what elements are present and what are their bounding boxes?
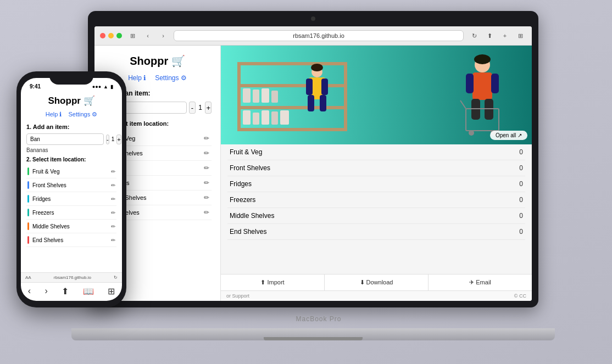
phone-content: Shoppr 🛒 Help ℹ Settings ⚙ 1. Add an ite… xyxy=(21,92,122,272)
edit-icon-fridges[interactable]: ✏ xyxy=(204,164,209,172)
phone-back-btn[interactable]: ‹ xyxy=(28,286,31,296)
color-bar-fridges xyxy=(27,195,29,203)
phone-screen: 9:41 ●●● ▲ ▮ Shoppr 🛒 Help ℹ Settings ⚙ … xyxy=(21,78,122,301)
color-bar-front-shelves xyxy=(27,181,29,189)
svg-point-31 xyxy=(469,130,474,136)
svg-rect-10 xyxy=(280,110,289,125)
phone-location-front-shelves[interactable]: Front Shelves ✏ xyxy=(26,178,116,192)
phone-qty-plus[interactable]: + xyxy=(116,135,121,144)
phone-step1-label: 1. Add an item: xyxy=(26,124,116,130)
phone-location-fridges[interactable]: Fridges ✏ xyxy=(26,192,116,206)
edit-icon-front-shelves[interactable]: ✏ xyxy=(204,149,209,157)
traffic-light-yellow[interactable] xyxy=(108,33,114,38)
laptop-download-btn[interactable]: ⬇ Download xyxy=(325,275,429,290)
laptop-table-row-front-shelves[interactable]: Front Shelves 0 xyxy=(227,160,525,176)
address-bar[interactable]: rbsam176.github.io xyxy=(174,30,464,41)
phone-signal-icon: ●●● xyxy=(92,84,101,89)
svg-rect-4 xyxy=(237,62,241,131)
svg-rect-2 xyxy=(237,84,347,87)
edit-icon-phone-fruit-veg[interactable]: ✏ xyxy=(111,169,115,175)
phone-suggestion: Bananas xyxy=(26,147,116,153)
svg-rect-20 xyxy=(320,95,326,111)
macbook-label: MacBook Pro xyxy=(296,315,341,323)
cart-person-illustration xyxy=(455,54,510,142)
phone-location-middle-shelves[interactable]: Middle Shelves ✏ xyxy=(26,220,116,233)
browser-actions: ↻ ⬆ + ⊞ xyxy=(468,30,526,42)
color-bar-middle-shelves xyxy=(27,222,29,230)
browser-menu-btn[interactable]: ⊞ xyxy=(514,30,526,42)
traffic-light-red[interactable] xyxy=(100,33,105,38)
svg-rect-24 xyxy=(466,74,474,93)
phone-help-link[interactable]: Help ℹ xyxy=(46,111,62,118)
browser-back-btn[interactable]: ‹ xyxy=(142,30,154,42)
svg-rect-13 xyxy=(262,88,269,103)
laptop-qty-minus[interactable]: - xyxy=(189,102,196,114)
color-bar-freezers xyxy=(27,209,29,216)
phone-url-bar[interactable]: rbsam176.github.io xyxy=(54,275,91,280)
phone-forward-btn[interactable]: › xyxy=(45,286,48,296)
laptop-table-row-end-shelves[interactable]: End Shelves 0 xyxy=(227,224,525,240)
phone-nav-links: Help ℹ Settings ⚙ xyxy=(26,111,116,118)
edit-icon-phone-front-shelves[interactable]: ✏ xyxy=(111,182,115,188)
laptop-table: Fruit & Veg 0 Front Shelves 0 Fridges 0 xyxy=(221,144,532,274)
phone-battery-icon: ▮ xyxy=(110,84,113,89)
laptop-app-title: Shoppr 🛒 xyxy=(103,54,212,68)
shelves-illustration xyxy=(232,51,353,139)
laptop-table-row-fridges[interactable]: Fridges 0 xyxy=(227,176,525,192)
traffic-light-green[interactable] xyxy=(116,33,122,38)
laptop-settings-link[interactable]: Settings ⚙ xyxy=(155,74,187,82)
svg-rect-3 xyxy=(237,62,347,65)
edit-icon-freezers[interactable]: ✏ xyxy=(204,179,209,187)
laptop-import-btn[interactable]: ⬆ Import xyxy=(221,275,325,290)
laptop-email-btn[interactable]: ✈ Email xyxy=(429,275,532,290)
phone-bookmarks-btn[interactable]: 📖 xyxy=(83,286,94,296)
svg-line-30 xyxy=(460,100,466,109)
laptop-open-all-btn[interactable]: Open all ↗ xyxy=(490,131,527,140)
browser-share-btn[interactable]: ⬆ xyxy=(483,30,496,42)
phone-time: 9:41 xyxy=(30,83,41,89)
laptop-help-link[interactable]: Help ℹ xyxy=(128,74,146,82)
laptop-table-row-fruit-veg[interactable]: Fruit & Veg 0 xyxy=(227,144,525,160)
edit-icon-phone-freezers[interactable]: ✏ xyxy=(111,210,115,216)
edit-icon-phone-fridges[interactable]: ✏ xyxy=(111,196,115,202)
svg-point-21 xyxy=(311,64,323,71)
laptop: ⊞ ‹ › rbsam176.github.io ↻ ⬆ + ⊞ xyxy=(88,11,549,340)
laptop-bezel: ⊞ ‹ › rbsam176.github.io ↻ ⬆ + ⊞ xyxy=(88,11,538,307)
laptop-table-row-freezers[interactable]: Freezers 0 xyxy=(227,192,525,208)
phone-bottom-bar: AA rbsam176.github.io ↻ xyxy=(21,272,122,282)
browser-newtab-btn[interactable]: + xyxy=(499,30,511,42)
edit-icon-middle-shelves[interactable]: ✏ xyxy=(204,194,209,201)
phone-location-end-shelves[interactable]: End Shelves ✏ xyxy=(26,233,116,247)
phone-nav-bar: ‹ › ⬆ 📖 ⊞ xyxy=(21,282,122,301)
phone-font-size-label: AA xyxy=(25,275,31,280)
phone-qty-minus[interactable]: - xyxy=(106,135,109,144)
laptop-table-row-middle-shelves[interactable]: Middle Shelves 0 xyxy=(227,208,525,224)
browser-grid-btn[interactable]: ⊞ xyxy=(126,30,138,42)
browser-refresh-btn[interactable]: ↻ xyxy=(468,30,480,42)
traffic-lights xyxy=(100,33,122,38)
svg-rect-17 xyxy=(306,79,313,95)
svg-rect-23 xyxy=(472,72,492,100)
phone-refresh-icon[interactable]: ↻ xyxy=(114,275,118,280)
laptop-hero: Open all ↗ xyxy=(221,46,532,144)
browser-forward-btn[interactable]: › xyxy=(157,30,169,42)
edit-icon-phone-middle-shelves[interactable]: ✏ xyxy=(111,223,115,229)
phone-location-freezers[interactable]: Freezers ✏ xyxy=(26,206,116,220)
phone-add-input[interactable] xyxy=(26,133,104,145)
phone-settings-link[interactable]: Settings ⚙ xyxy=(68,111,97,118)
svg-rect-12 xyxy=(253,89,259,103)
laptop-main: Open all ↗ Fruit & Veg 0 Front Shelves 0 xyxy=(221,46,532,301)
phone-share-btn[interactable]: ⬆ xyxy=(62,286,69,296)
phone-location-fruit-veg[interactable]: Fruit & Veg ✏ xyxy=(26,165,116,178)
edit-icon-phone-end-shelves[interactable]: ✏ xyxy=(111,237,115,243)
phone-notch xyxy=(49,71,93,85)
edit-icon-fruit-veg[interactable]: ✏ xyxy=(204,135,209,142)
phone-add-row: - 1 + xyxy=(26,133,116,145)
laptop-qty-plus[interactable]: + xyxy=(205,102,212,114)
phone-status-right: ●●● ▲ ▮ xyxy=(92,84,113,89)
browser-nav-controls: ⊞ ‹ › xyxy=(126,30,169,42)
phone-tabs-btn[interactable]: ⊞ xyxy=(108,286,115,296)
edit-icon-end-shelves[interactable]: ✏ xyxy=(204,209,209,216)
svg-rect-29 xyxy=(466,109,499,131)
svg-rect-7 xyxy=(253,113,259,125)
